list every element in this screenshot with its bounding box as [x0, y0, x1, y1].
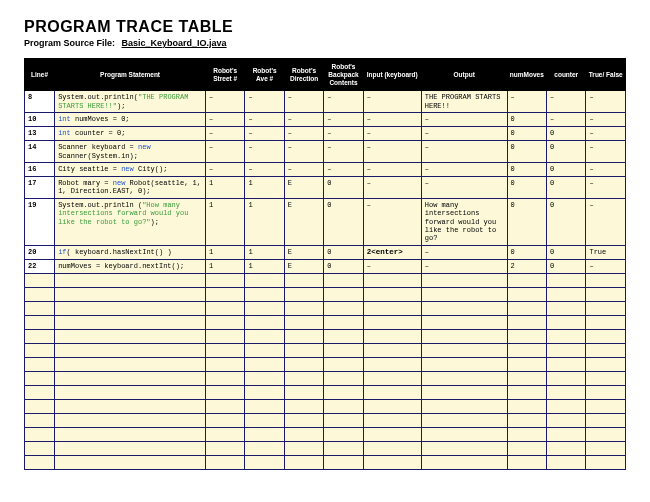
cell-empty	[421, 399, 507, 413]
cell-empty	[205, 413, 244, 427]
table-row-empty	[25, 287, 626, 301]
cell-output: –	[421, 245, 507, 259]
cell-empty	[586, 455, 626, 469]
cell-empty	[547, 301, 586, 315]
cell-empty	[507, 441, 546, 455]
cell-empty	[245, 441, 284, 455]
cell-empty	[205, 357, 244, 371]
cell-empty	[586, 385, 626, 399]
th-output: Output	[421, 59, 507, 91]
cell-empty	[547, 357, 586, 371]
cell-ctr: 0	[547, 162, 586, 176]
cell-empty	[245, 273, 284, 287]
cell-empty	[284, 357, 323, 371]
cell-empty	[421, 385, 507, 399]
cell-output: –	[421, 113, 507, 127]
cell-empty	[421, 413, 507, 427]
cell-nm: 0	[507, 198, 546, 245]
cell-empty	[205, 441, 244, 455]
cell-empty	[25, 399, 55, 413]
cell-empty	[363, 287, 421, 301]
cell-empty	[284, 329, 323, 343]
page-title: PROGRAM TRACE TABLE	[24, 18, 626, 36]
cell-empty	[324, 413, 363, 427]
cell-tf: –	[586, 259, 626, 273]
cell-empty	[421, 357, 507, 371]
cell-empty	[586, 427, 626, 441]
cell-empty	[324, 371, 363, 385]
cell-empty	[363, 455, 421, 469]
table-row-empty	[25, 301, 626, 315]
cell-dir: E	[284, 245, 323, 259]
cell-empty	[586, 371, 626, 385]
cell-empty	[421, 343, 507, 357]
table-row-empty	[25, 427, 626, 441]
cell-empty	[324, 315, 363, 329]
cell-empty	[363, 343, 421, 357]
cell-nm: 0	[507, 113, 546, 127]
cell-empty	[25, 343, 55, 357]
cell-empty	[205, 301, 244, 315]
cell-stmt: Robot mary = new Robot(seattle, 1, 1, Di…	[55, 176, 206, 198]
cell-empty	[586, 287, 626, 301]
cell-empty	[363, 301, 421, 315]
th-bp: Robot's Backpack Contents	[324, 59, 363, 91]
cell-empty	[284, 343, 323, 357]
table-row: 19System.out.println ("How many intersec…	[25, 198, 626, 245]
cell-tf: –	[586, 176, 626, 198]
cell-empty	[25, 427, 55, 441]
cell-empty	[55, 315, 206, 329]
cell-empty	[547, 315, 586, 329]
cell-ctr: 0	[547, 259, 586, 273]
cell-empty	[284, 399, 323, 413]
cell-empty	[205, 427, 244, 441]
cell-empty	[363, 357, 421, 371]
cell-input: –	[363, 91, 421, 113]
cell-empty	[245, 385, 284, 399]
cell-empty	[55, 413, 206, 427]
cell-ave: 1	[245, 198, 284, 245]
cell-street: 1	[205, 245, 244, 259]
cell-street: –	[205, 162, 244, 176]
cell-empty	[245, 357, 284, 371]
cell-empty	[55, 455, 206, 469]
cell-empty	[284, 455, 323, 469]
cell-empty	[547, 329, 586, 343]
cell-empty	[245, 371, 284, 385]
cell-empty	[25, 385, 55, 399]
source-file-name: Basic_Keyboard_IO.java	[118, 38, 251, 48]
cell-input: –	[363, 176, 421, 198]
cell-nm: 0	[507, 141, 546, 163]
table-row: 14Scanner keyboard = new Scanner(System.…	[25, 141, 626, 163]
cell-empty	[205, 455, 244, 469]
cell-empty	[586, 301, 626, 315]
cell-empty	[507, 427, 546, 441]
cell-empty	[586, 273, 626, 287]
cell-empty	[586, 357, 626, 371]
cell-stmt: int counter = 0;	[55, 127, 206, 141]
cell-nm: –	[507, 91, 546, 113]
cell-empty	[55, 301, 206, 315]
cell-input: –	[363, 127, 421, 141]
cell-ctr: –	[547, 113, 586, 127]
cell-empty	[245, 287, 284, 301]
table-row-empty	[25, 315, 626, 329]
cell-empty	[586, 343, 626, 357]
cell-empty	[324, 273, 363, 287]
cell-empty	[25, 329, 55, 343]
cell-line: 20	[25, 245, 55, 259]
cell-empty	[324, 455, 363, 469]
th-input: Input (keyboard)	[363, 59, 421, 91]
table-row-empty	[25, 273, 626, 287]
cell-stmt: System.out.println ("How many intersecti…	[55, 198, 206, 245]
table-row-empty	[25, 357, 626, 371]
cell-ave: 1	[245, 259, 284, 273]
cell-empty	[205, 273, 244, 287]
cell-empty	[421, 427, 507, 441]
cell-empty	[284, 315, 323, 329]
cell-bp: –	[324, 127, 363, 141]
cell-empty	[324, 343, 363, 357]
table-row: 17Robot mary = new Robot(seattle, 1, 1, …	[25, 176, 626, 198]
cell-empty	[284, 371, 323, 385]
cell-output: THE PROGRAM STARTS HERE!!	[421, 91, 507, 113]
